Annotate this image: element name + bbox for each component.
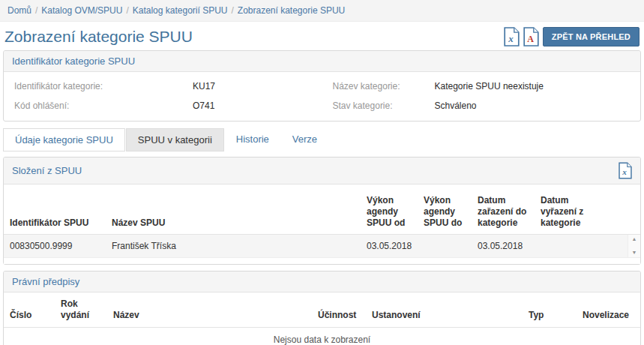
column-header-cislo: Číslo xyxy=(4,292,55,328)
pdf-export-icon[interactable]: A xyxy=(523,27,539,46)
legal-regulations-panel: Právní předpisy Číslo Rok vydání Název Ú… xyxy=(3,271,641,345)
legal-table-header: Číslo Rok vydání Název Účinnost Ustanove… xyxy=(4,292,640,328)
tab-spuu-v-kategorii[interactable]: SPUU v kategorii xyxy=(126,128,224,152)
field-stav-kategorie: Stav kategorie: Schváleno xyxy=(322,96,641,116)
breadcrumb-separator: / xyxy=(35,5,37,16)
breadcrumb-katalog-kategorii-spuu[interactable]: Katalog kategorií SPUU xyxy=(133,5,228,16)
field-label: Identifikátor kategorie: xyxy=(14,80,193,92)
column-header-identifikator-spuu: Identifikátor SPUU xyxy=(4,184,106,234)
column-header-nazev-spuu: Název SPUU xyxy=(106,184,361,234)
column-header-datum-vyrazeni: Datum vyřazení z kategorie xyxy=(535,184,604,234)
spuu-panel-header: Složení z SPUU x xyxy=(4,158,640,184)
column-header-typ: Typ xyxy=(523,292,577,328)
column-header-vykon-agendy-od: Výkon agendy SPUU od xyxy=(361,184,418,234)
tab-historie[interactable]: Historie xyxy=(225,128,280,152)
column-header-nazev: Název xyxy=(107,292,312,328)
identifier-panel-header: Identifikátor kategorie SPUU xyxy=(4,51,640,72)
field-label: Název kategorie: xyxy=(333,80,435,92)
identifier-left-column: Identifikátor kategorie: KU17 Kód ohláše… xyxy=(4,76,322,116)
breadcrumb-home[interactable]: Domů xyxy=(7,5,31,16)
tab-udaje-kategorie-spuu[interactable]: Údaje kategorie SPUU xyxy=(3,128,125,152)
field-value: Schváleno xyxy=(435,100,477,112)
excel-export-icon[interactable]: x xyxy=(504,27,520,46)
column-header-vykon-agendy-do: Výkon agendy SPUU do xyxy=(418,184,472,234)
field-kod-ohlaseni: Kód ohlášení: O741 xyxy=(4,96,322,116)
title-actions: x A ZPĚT NA PŘEHLED xyxy=(504,27,640,46)
cell-identifikator-spuu: 00830500.9999 xyxy=(4,235,106,257)
back-to-overview-button[interactable]: ZPĚT NA PŘEHLED xyxy=(543,27,640,46)
excel-export-icon[interactable]: x xyxy=(619,162,632,179)
vertical-scrollbar[interactable]: ▲ ▼ xyxy=(628,235,640,257)
field-nazev-kategorie: Název kategorie: Kategorie SPUU neexistu… xyxy=(322,76,641,96)
identifier-panel-body: Identifikátor kategorie: KU17 Kód ohláše… xyxy=(4,72,640,121)
identifier-panel: Identifikátor kategorie SPUU Identifikát… xyxy=(3,50,641,122)
scroll-up-icon[interactable]: ▲ xyxy=(632,236,637,242)
column-header-spacer xyxy=(604,184,640,234)
svg-text:x: x xyxy=(622,168,627,177)
spuu-table-body: 00830500.9999 František Tříska 03.05.201… xyxy=(4,235,628,257)
column-header-ucinnost: Účinnost xyxy=(312,292,366,328)
field-value: Kategorie SPUU neexistuje xyxy=(435,80,544,92)
field-label: Kód ohlášení: xyxy=(14,100,193,112)
column-header-datum-zarazeni: Datum zařazení do kategorie xyxy=(472,184,535,234)
legal-panel-header: Právní předpisy xyxy=(4,272,640,292)
spuu-panel-title: Složení z SPUU xyxy=(12,165,82,176)
legal-panel-title: Právní předpisy xyxy=(12,276,79,287)
cell-nazev-spuu: František Tříska xyxy=(106,235,361,257)
cell-datum-vyrazeni xyxy=(535,235,604,257)
column-header-novelizace: Novelizace xyxy=(577,292,640,328)
field-label: Stav kategorie: xyxy=(333,100,435,112)
table-row[interactable]: 00830500.9999 František Tříska 03.05.201… xyxy=(4,235,628,257)
identifier-panel-title: Identifikátor kategorie SPUU xyxy=(12,56,135,67)
cell-vykon-od: 03.05.2018 xyxy=(361,235,418,257)
title-bar: Zobrazení kategorie SPUU x A ZPĚT NA PŘE… xyxy=(0,22,644,50)
field-value: KU17 xyxy=(193,80,215,92)
breadcrumb-separator: / xyxy=(126,5,128,16)
breadcrumb-katalog-ovm-spuu[interactable]: Katalog OVM/SPUU xyxy=(41,5,122,16)
column-header-rok-vydani: Rok vydání xyxy=(55,292,107,328)
scroll-down-icon[interactable]: ▼ xyxy=(632,250,637,256)
svg-text:x: x xyxy=(508,33,514,44)
tab-verze[interactable]: Verze xyxy=(281,128,328,152)
breadcrumb-separator: / xyxy=(231,5,233,16)
field-value: O741 xyxy=(193,100,214,112)
breadcrumb: Domů/Katalog OVM/SPUU/Katalog kategorií … xyxy=(0,0,644,22)
spuu-rows-viewport: 00830500.9999 František Tříska 03.05.201… xyxy=(4,234,640,257)
page-title: Zobrazení kategorie SPUU xyxy=(4,28,193,46)
spuu-composition-panel: Složení z SPUU x Identifikátor SPUU Náze… xyxy=(3,157,641,265)
no-data-message: Nejsou data k zobrazení xyxy=(4,328,640,345)
cell-datum-zarazeni: 03.05.2018 xyxy=(472,235,535,257)
category-tabs: Údaje kategorie SPUU SPUU v kategorii Hi… xyxy=(0,128,644,152)
cell-vykon-do xyxy=(418,235,472,257)
column-header-ustanoveni: Ustanovení xyxy=(366,292,523,328)
field-identifikator-kategorie: Identifikátor kategorie: KU17 xyxy=(4,76,322,96)
breadcrumb-current-page[interactable]: Zobrazení kategorie SPUU xyxy=(238,5,345,16)
cell-spacer xyxy=(604,235,628,257)
spuu-panel-bottom-padding xyxy=(4,257,640,264)
identifier-right-column: Název kategorie: Kategorie SPUU neexistu… xyxy=(322,76,641,116)
svg-text:A: A xyxy=(527,34,534,44)
spuu-table-header: Identifikátor SPUU Název SPUU Výkon agen… xyxy=(4,184,640,234)
